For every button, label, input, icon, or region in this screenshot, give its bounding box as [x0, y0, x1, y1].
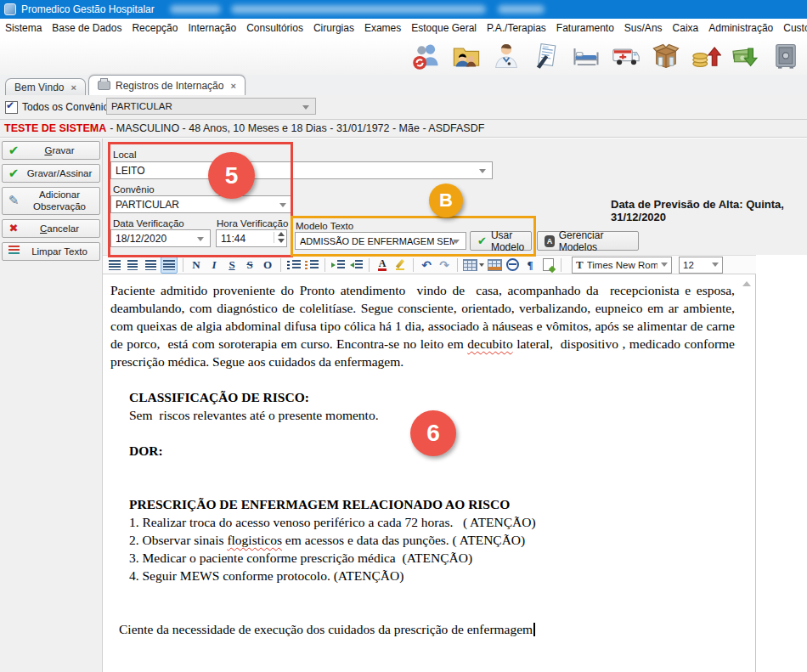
prescription-icon[interactable]: [530, 40, 562, 72]
x-icon: ✖: [5, 222, 22, 234]
numbered-list-icon[interactable]: [286, 257, 302, 273]
italic-icon[interactable]: I: [206, 257, 222, 273]
font-size-select[interactable]: 12: [679, 257, 723, 274]
modelo-texto-dropdown[interactable]: ADMISSÃO DE ENFERMAGEM SEM RISCOS: [295, 232, 466, 250]
menu-item-base-de-dados[interactable]: Base de Dados: [47, 22, 127, 34]
insert-table-icon[interactable]: [463, 257, 484, 273]
misspelled-word: flogisticos: [227, 533, 282, 547]
tab-label: Registros de Internação: [116, 80, 223, 92]
circle-line-icon[interactable]: [505, 257, 520, 273]
redacted-text: [231, 5, 486, 14]
indent-decrease-icon[interactable]: [348, 257, 364, 273]
edit-document-icon[interactable]: [540, 257, 556, 273]
bullet-list-icon[interactable]: [304, 257, 319, 273]
revenue-up-icon[interactable]: [690, 40, 722, 72]
menu-item-custo[interactable]: Custo: [778, 22, 807, 34]
ambulance-icon[interactable]: [610, 40, 642, 72]
pencil-icon: ✎: [5, 193, 22, 208]
document-line: CLASSIFICAÇÃO DE RISCO:: [110, 388, 735, 406]
data-verificacao-value: 18/12/2020: [116, 233, 166, 245]
menu-item-estoque-geral[interactable]: Estoque Geral: [406, 22, 482, 34]
menu-item-administracao[interactable]: Administração: [703, 22, 778, 34]
sync-users-icon[interactable]: [410, 40, 443, 72]
menu-item-internacao[interactable]: Internação: [183, 22, 241, 34]
menu-item-caixa[interactable]: Caixa: [668, 22, 704, 34]
expense-down-icon[interactable]: [730, 40, 762, 72]
highlight-icon[interactable]: [392, 257, 408, 273]
gerenciar-modelos-button[interactable]: A Gerenciar Modelos: [537, 231, 639, 251]
printer-icon: [98, 81, 110, 90]
cancelar-button[interactable]: ✖Cancelar: [2, 219, 100, 238]
align-center-icon[interactable]: [125, 257, 140, 273]
paragraph-mark-icon[interactable]: ¶: [522, 257, 538, 273]
adicionar-observacao-button[interactable]: ✎Adicionar Observação: [2, 187, 100, 215]
menu-item-faturamento[interactable]: Faturamento: [551, 22, 619, 34]
menu-item-p-a-terapias[interactable]: P.A./Terapias: [482, 22, 551, 34]
undo-icon[interactable]: ↶: [419, 257, 434, 273]
bold-icon[interactable]: N: [189, 257, 204, 273]
hora-verificacao-spinner[interactable]: 11:44: [216, 229, 287, 247]
chevron-down-icon: [302, 105, 309, 110]
usar-modelo-label: Usar Modelo: [491, 229, 524, 253]
action-sidebar: ✔Gravar✔Gravar/Assinar✎Adicionar Observa…: [0, 138, 103, 672]
align-left-icon[interactable]: [107, 257, 122, 273]
convenio-value: PARTICULAR: [116, 199, 179, 211]
document-line: Ciente da necessidade de execução dos cu…: [110, 620, 735, 638]
menu-item-consultorios[interactable]: Consultórios: [241, 22, 308, 34]
chevron-down-icon: [197, 237, 204, 241]
font-color-icon[interactable]: A: [375, 257, 390, 273]
font-family-select[interactable]: T Times New Rom: [572, 257, 672, 274]
spinner-arrows[interactable]: [274, 232, 285, 243]
data-verificacao-dropdown[interactable]: 18/12/2020: [110, 229, 211, 247]
menu-item-exames[interactable]: Exames: [359, 22, 406, 34]
close-icon[interactable]: ×: [71, 82, 76, 93]
align-right-icon[interactable]: [143, 257, 158, 273]
patients-folder-icon[interactable]: [450, 40, 483, 72]
scroll-up-icon[interactable]: [742, 281, 751, 286]
chevron-down-icon: [661, 263, 668, 267]
menu-item-sus-ans[interactable]: Sus/Ans: [619, 22, 668, 34]
spin-down-icon[interactable]: [278, 239, 285, 243]
rich-text-editor[interactable]: Paciente admitido proveniente do Pronto …: [103, 274, 756, 672]
tab-bem-vindo[interactable]: Bem Vindo ×: [5, 78, 86, 95]
window-title: Promedico Gestão Hospitalar: [21, 3, 155, 15]
menu-item-sistema[interactable]: Sistema: [0, 22, 47, 34]
gravar-assinar-button[interactable]: ✔Gravar/Assinar: [2, 164, 100, 183]
tab-bar: Bem Vindo × Registros de Internação ×: [0, 75, 807, 96]
tab-registros-internacao[interactable]: Registros de Internação ×: [88, 75, 245, 95]
redacted-text: [498, 5, 545, 14]
spin-up-icon[interactable]: [278, 232, 285, 236]
stock-supplies-icon[interactable]: [650, 40, 682, 72]
button-label: Cancelar: [22, 223, 97, 234]
underline-icon[interactable]: S: [224, 257, 240, 273]
safe-icon[interactable]: [770, 40, 802, 72]
patient-details: - MASCULINO - 48 Anos, 10 Meses e 18 Dia…: [110, 122, 484, 134]
doctor-icon[interactable]: [490, 40, 522, 72]
usar-modelo-button[interactable]: ✔ Usar Modelo: [470, 231, 532, 251]
redo-icon[interactable]: ↷: [437, 257, 452, 273]
indent-increase-icon[interactable]: [330, 257, 346, 273]
limpar-texto-button[interactable]: Limpar Texto: [2, 242, 100, 261]
hora-verificacao-label: Hora Verificação: [217, 218, 288, 229]
menu-item-recepcao[interactable]: Recepção: [127, 22, 183, 34]
button-label: Adicionar Observação: [22, 189, 97, 213]
hospital-bed-icon[interactable]: [570, 40, 602, 72]
close-icon[interactable]: ×: [230, 81, 235, 91]
title-bar: Promedico Gestão Hospitalar: [0, 0, 807, 19]
convenio-top-dropdown[interactable]: PARTICULAR: [106, 98, 316, 115]
manage-models-icon: A: [545, 235, 555, 247]
align-justify-icon[interactable]: [161, 257, 178, 274]
menu-item-cirurgias[interactable]: Cirurgias: [308, 22, 359, 34]
menu-bar: SistemaBase de DadosRecepçãoInternaçãoCo…: [0, 19, 807, 38]
todos-convenios-checkbox[interactable]: [5, 101, 18, 114]
table-properties-icon[interactable]: [487, 257, 502, 273]
redacted-text: [170, 5, 221, 14]
strikethrough-icon[interactable]: S: [242, 257, 257, 273]
convenio-dropdown[interactable]: PARTICULAR: [110, 195, 293, 213]
chevron-down-icon: [279, 203, 286, 207]
modelo-texto-label: Modelo Texto: [296, 221, 353, 231]
local-dropdown[interactable]: LEITO: [110, 161, 493, 179]
button-label: Gravar: [22, 144, 97, 156]
outline-icon[interactable]: O: [260, 257, 275, 273]
gravar-button[interactable]: ✔Gravar: [2, 141, 100, 160]
